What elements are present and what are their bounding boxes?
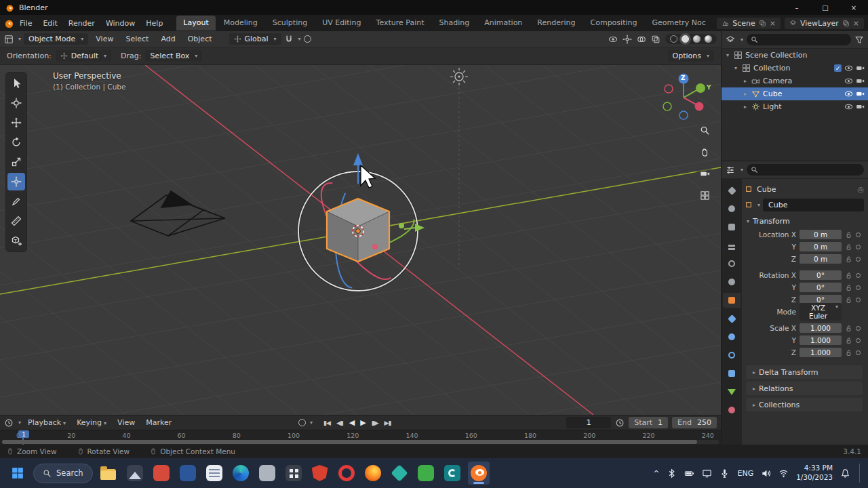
camera-view-button[interactable]: [696, 165, 713, 182]
tab-modeling[interactable]: Modeling: [217, 16, 264, 30]
outliner-row-collection[interactable]: ▾ Collection ✓: [722, 62, 868, 75]
tab-shading[interactable]: Shading: [433, 16, 477, 30]
current-frame-field[interactable]: 1: [566, 417, 611, 428]
keying-chevron-icon[interactable]: ▾: [310, 420, 313, 426]
snap-magnet-icon[interactable]: [284, 35, 294, 44]
lock-icon[interactable]: [845, 256, 852, 263]
app-menu-icon[interactable]: [4, 18, 14, 28]
transform-orientation-dropdown[interactable]: Global ▾: [229, 33, 281, 45]
hide-eye-icon[interactable]: [844, 89, 853, 98]
tab-layout[interactable]: Layout: [176, 16, 215, 30]
notepad-app-button[interactable]: [203, 462, 225, 485]
lock-icon[interactable]: [845, 349, 852, 357]
opera-browser-button[interactable]: [336, 462, 357, 485]
rotation-y-field[interactable]: 0°: [800, 283, 842, 292]
measure-tool[interactable]: [7, 212, 25, 230]
battery-icon[interactable]: [684, 468, 694, 479]
minimize-button[interactable]: –: [783, 0, 811, 15]
blue-app-button[interactable]: [177, 462, 199, 485]
menu-render[interactable]: Render: [63, 17, 100, 30]
wireframe-shading-icon[interactable]: [670, 35, 677, 43]
lock-icon[interactable]: [845, 284, 852, 291]
location-y-field[interactable]: 0 m: [800, 242, 842, 251]
selectability-eye-icon[interactable]: [608, 35, 618, 44]
taskbar-clock[interactable]: 4:33 PM 1/30/2023: [796, 464, 833, 482]
tab-particles[interactable]: [723, 329, 741, 344]
language-indicator[interactable]: ENG: [737, 469, 753, 478]
taskbar-search[interactable]: Search: [33, 464, 93, 483]
relations-section[interactable]: ▸ Relations: [746, 382, 863, 395]
mode-dropdown[interactable]: Object Mode ▾: [24, 33, 88, 45]
timeline-scrollbar[interactable]: [2, 440, 719, 444]
notifications-bell-icon[interactable]: [840, 468, 850, 479]
teal-app-button[interactable]: [389, 462, 410, 485]
gizmo-y-label[interactable]: Y: [707, 84, 711, 91]
microphone-icon[interactable]: [719, 468, 730, 479]
rotation-x-field[interactable]: 0°: [800, 270, 842, 280]
gizmo-z-label[interactable]: Z: [681, 75, 686, 81]
red-app-button[interactable]: [151, 462, 172, 485]
lock-icon[interactable]: [845, 272, 852, 279]
tab-render[interactable]: [723, 201, 741, 216]
tab-uv-editing[interactable]: UV Editing: [315, 16, 368, 30]
light-object[interactable]: [450, 68, 468, 85]
proportional-editing-icon[interactable]: [304, 35, 311, 43]
firefox-browser-button[interactable]: [362, 462, 384, 485]
delta-transform-section[interactable]: ▸ Delta Transform: [746, 365, 863, 379]
outliner-row-scene-collection[interactable]: ▾ Scene Collection: [722, 49, 868, 62]
zoom-view-button[interactable]: [696, 122, 713, 138]
expand-icon[interactable]: ▸: [742, 104, 749, 110]
tab-tool[interactable]: [723, 183, 741, 198]
toggle-perspective-button[interactable]: [696, 187, 713, 203]
tab-geometry-nodes[interactable]: Geometry Noc: [645, 16, 712, 30]
move-tool[interactable]: [7, 114, 25, 131]
material-shading-icon[interactable]: [693, 35, 701, 43]
playback-menu[interactable]: Playback▾: [24, 417, 70, 428]
bluetooth-icon[interactable]: [667, 468, 677, 479]
filter-icon[interactable]: [854, 35, 864, 45]
tab-object-data[interactable]: [723, 384, 741, 399]
outliner-editor-icon[interactable]: [726, 35, 735, 45]
tab-physics[interactable]: [723, 348, 741, 363]
new-viewlayer-icon[interactable]: [842, 20, 850, 27]
editor-chevron-icon[interactable]: ▾: [741, 167, 743, 173]
animate-dot-icon[interactable]: [856, 245, 861, 249]
menu-add[interactable]: Add: [156, 33, 180, 45]
tab-world[interactable]: [723, 274, 741, 289]
expand-icon[interactable]: ▾: [724, 52, 731, 58]
animate-dot-icon[interactable]: [856, 338, 861, 343]
show-gizmo-icon[interactable]: [623, 35, 632, 44]
timeline-ruler[interactable]: 020 4060 80100 120140 160180 200220 240 …: [0, 430, 721, 445]
object-name-field[interactable]: Cube: [763, 199, 864, 211]
volume-icon[interactable]: [761, 468, 771, 479]
close-button[interactable]: ×: [840, 0, 868, 15]
properties-search-input[interactable]: [747, 164, 864, 176]
tab-sculpting[interactable]: Sculpting: [266, 16, 314, 30]
select-box-tool[interactable]: [7, 75, 25, 92]
lock-icon[interactable]: [845, 243, 852, 251]
tab-texture-paint[interactable]: Texture Paint: [370, 16, 431, 30]
outliner-row-cube[interactable]: ▸ Cube: [722, 87, 868, 100]
keying-menu[interactable]: Keying▾: [73, 417, 111, 428]
scale-x-field[interactable]: 1.000: [800, 323, 842, 333]
antivirus-app-button[interactable]: [309, 462, 331, 485]
play-button[interactable]: ▶: [358, 417, 367, 428]
remove-viewlayer-icon[interactable]: ×: [853, 19, 859, 28]
tab-rendering[interactable]: Rendering: [530, 16, 582, 30]
properties-editor-icon[interactable]: [726, 165, 735, 175]
start-frame-field[interactable]: Start 1: [629, 417, 668, 428]
timeline-editor-icon[interactable]: [4, 418, 14, 428]
tab-modifiers[interactable]: [723, 311, 741, 326]
location-z-field[interactable]: 0 m: [800, 254, 842, 264]
hide-eye-icon[interactable]: [844, 77, 853, 85]
solid-shading-icon[interactable]: [682, 35, 689, 43]
wifi-icon[interactable]: [778, 468, 789, 479]
transform-section-header[interactable]: ▾ Transform: [745, 214, 864, 228]
rotate-tool[interactable]: [7, 134, 25, 151]
chevron-down-icon[interactable]: ▾: [757, 202, 760, 208]
auto-keying-icon[interactable]: [298, 419, 306, 426]
options-dropdown[interactable]: Options ▾: [668, 50, 714, 62]
unlink-scene-icon[interactable]: ×: [770, 19, 776, 28]
jump-to-end-button[interactable]: ▶▮: [382, 418, 393, 428]
blender-app-button[interactable]: [468, 462, 490, 485]
